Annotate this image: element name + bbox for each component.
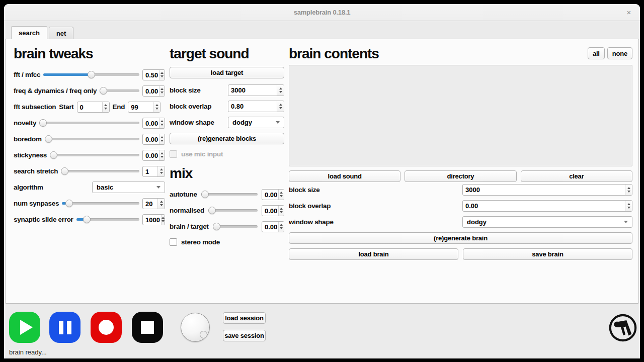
novelty-slider[interactable] bbox=[39, 119, 139, 127]
slider-handle[interactable] bbox=[213, 223, 220, 230]
brain-window-shape-dropdown[interactable]: dodgy bbox=[462, 216, 632, 228]
brain-block-overlap-spinbox[interactable]: 0.00 bbox=[462, 200, 632, 212]
volume-dial[interactable] bbox=[181, 313, 210, 342]
load-brain-button[interactable]: load brain bbox=[289, 248, 458, 260]
spin-up-icon[interactable] bbox=[279, 104, 282, 106]
stereo-mode-checkbox[interactable] bbox=[170, 238, 177, 246]
spin-down-icon[interactable] bbox=[280, 195, 283, 197]
spin-down-icon[interactable] bbox=[160, 204, 163, 206]
spin-down-icon[interactable] bbox=[160, 92, 164, 94]
spin-up-icon[interactable] bbox=[160, 136, 164, 138]
stickyness-slider[interactable] bbox=[50, 151, 139, 159]
spin-up-icon[interactable] bbox=[160, 72, 164, 74]
brain-target-slider[interactable] bbox=[213, 223, 258, 231]
close-icon[interactable]: × bbox=[624, 8, 634, 18]
slider-handle[interactable] bbox=[100, 87, 107, 95]
spin-down-icon[interactable] bbox=[280, 211, 283, 213]
boredom-slider[interactable] bbox=[45, 135, 139, 143]
brain-target-spinbox[interactable]: 0.00 bbox=[262, 221, 284, 232]
num-synpases-spinbox[interactable]: 20 bbox=[142, 198, 165, 209]
freq-dynamics-spinbox[interactable]: 0.00 bbox=[142, 85, 165, 97]
directory-button[interactable]: directory bbox=[405, 170, 516, 182]
spin-up-icon[interactable] bbox=[279, 87, 282, 89]
stop-button[interactable] bbox=[132, 312, 163, 343]
slider-handle[interactable] bbox=[39, 119, 47, 127]
fft-mfcc-slider[interactable] bbox=[43, 71, 139, 79]
fft-mfcc-spinbox[interactable]: 0.50 bbox=[142, 69, 165, 80]
spin-down-icon[interactable] bbox=[627, 207, 630, 209]
spin-up-icon[interactable] bbox=[104, 104, 107, 106]
spin-up-icon[interactable] bbox=[627, 187, 630, 189]
spin-down-icon[interactable] bbox=[160, 124, 164, 126]
slider-handle[interactable] bbox=[50, 151, 57, 159]
num-synpases-slider[interactable] bbox=[62, 200, 139, 208]
load-session-button[interactable]: load session bbox=[223, 312, 266, 324]
clear-button[interactable]: clear bbox=[521, 170, 632, 182]
record-button[interactable] bbox=[91, 312, 122, 343]
search-stretch-slider[interactable] bbox=[61, 167, 139, 175]
fft-end-spinbox[interactable]: 99 bbox=[128, 102, 160, 113]
autotune-spinbox[interactable]: 0.00 bbox=[262, 189, 284, 200]
spin-down-icon[interactable] bbox=[155, 108, 158, 110]
spin-up-icon[interactable] bbox=[162, 217, 165, 219]
synaptic-slide-error-slider[interactable] bbox=[76, 216, 139, 224]
search-stretch-spinbox[interactable]: 1 bbox=[142, 166, 165, 177]
spin-up-icon[interactable] bbox=[280, 192, 283, 194]
fft-start-spinbox[interactable]: 0 bbox=[77, 102, 110, 113]
algorithm-value: basic bbox=[97, 184, 156, 191]
slider-handle[interactable] bbox=[65, 200, 73, 207]
autotune-slider[interactable] bbox=[201, 191, 258, 199]
algorithm-dropdown[interactable]: basic bbox=[92, 182, 165, 193]
spin-up-icon[interactable] bbox=[627, 203, 630, 205]
boredom-spinbox[interactable]: 0.00 bbox=[142, 134, 165, 145]
spin-down-icon[interactable] bbox=[627, 191, 630, 193]
slider-handle[interactable] bbox=[83, 216, 91, 223]
brain-block-size-spinbox[interactable]: 3000 bbox=[462, 184, 632, 196]
normalised-slider[interactable] bbox=[208, 207, 258, 215]
spin-up-icon[interactable] bbox=[280, 208, 283, 210]
save-brain-button[interactable]: save brain bbox=[463, 248, 632, 260]
slider-handle[interactable] bbox=[201, 191, 209, 198]
slider-handle[interactable] bbox=[88, 71, 95, 78]
target-block-overlap-spinbox[interactable]: 0.80 bbox=[228, 101, 284, 112]
slider-handle[interactable] bbox=[45, 135, 52, 143]
select-none-button[interactable]: none bbox=[607, 47, 632, 59]
spin-up-icon[interactable] bbox=[160, 88, 164, 90]
freq-dynamics-slider[interactable] bbox=[100, 87, 139, 95]
synaptic-slide-error-spinbox[interactable]: 1000 bbox=[142, 214, 165, 225]
spin-down-icon[interactable] bbox=[160, 172, 163, 174]
spin-up-icon[interactable] bbox=[160, 120, 164, 122]
target-window-shape-dropdown[interactable]: dodgy bbox=[228, 117, 284, 128]
save-session-button[interactable]: save session bbox=[223, 330, 266, 341]
play-button[interactable] bbox=[9, 312, 40, 343]
load-sound-button[interactable]: load sound bbox=[289, 170, 400, 182]
brain-contents-list[interactable] bbox=[289, 65, 632, 166]
spin-up-icon[interactable] bbox=[280, 224, 283, 226]
spin-up-icon[interactable] bbox=[155, 104, 158, 106]
spin-down-icon[interactable] bbox=[279, 107, 282, 109]
normalised-spinbox[interactable]: 0.00 bbox=[262, 205, 284, 216]
slider-handle[interactable] bbox=[208, 207, 216, 214]
spin-up-icon[interactable] bbox=[160, 152, 164, 154]
regenerate-brain-button[interactable]: (re)generate brain bbox=[289, 232, 632, 244]
tab-net[interactable]: net bbox=[49, 27, 74, 39]
spin-down-icon[interactable] bbox=[104, 108, 107, 110]
spin-up-icon[interactable] bbox=[160, 168, 163, 170]
regenerate-blocks-button[interactable]: (re)generate blocks bbox=[170, 133, 284, 144]
use-mic-checkbox[interactable] bbox=[170, 150, 177, 158]
spin-down-icon[interactable] bbox=[279, 91, 282, 93]
select-all-button[interactable]: all bbox=[588, 47, 605, 59]
spin-up-icon[interactable] bbox=[160, 201, 163, 203]
spin-down-icon[interactable] bbox=[160, 156, 164, 158]
tab-search[interactable]: search bbox=[11, 26, 47, 39]
pause-button[interactable] bbox=[49, 312, 80, 343]
load-target-button[interactable]: load target bbox=[170, 67, 284, 78]
spin-down-icon[interactable] bbox=[162, 220, 165, 222]
slider-handle[interactable] bbox=[61, 167, 68, 175]
spin-down-icon[interactable] bbox=[280, 227, 283, 229]
novelty-spinbox[interactable]: 0.00 bbox=[142, 118, 165, 129]
spin-down-icon[interactable] bbox=[160, 140, 164, 142]
stickyness-spinbox[interactable]: 0.00 bbox=[142, 150, 165, 161]
spin-down-icon[interactable] bbox=[160, 75, 164, 77]
target-block-size-spinbox[interactable]: 3000 bbox=[228, 84, 284, 96]
